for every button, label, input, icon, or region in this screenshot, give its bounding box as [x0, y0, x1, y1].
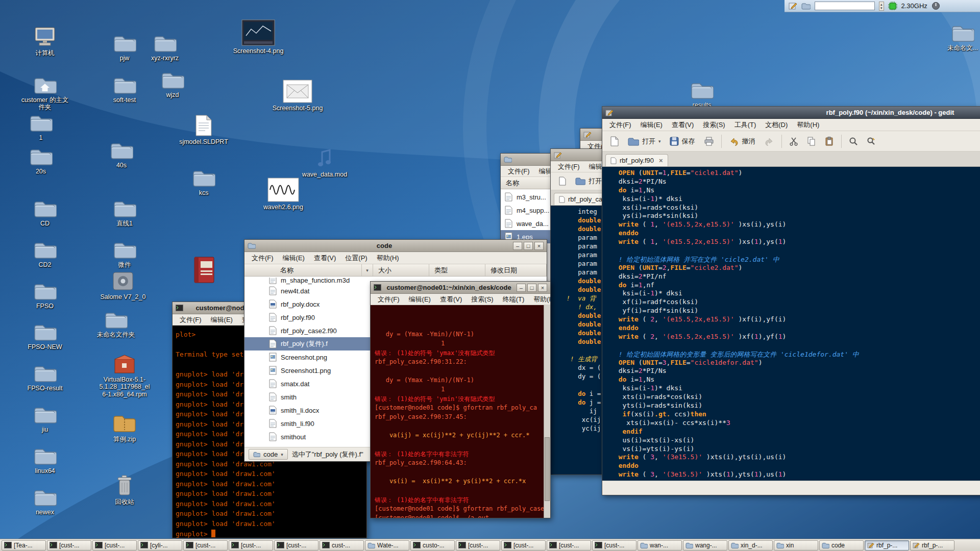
desktop-icon[interactable]: CD2 [19, 232, 70, 268]
desktop-icon[interactable]: customer 的主文件夹 [19, 67, 70, 111]
desktop-icon[interactable]: Screenshot-4.png [233, 18, 284, 55]
menu-item[interactable]: 查看(V) [668, 119, 698, 131]
menu-item[interactable]: 文件(F) [605, 119, 635, 131]
desktop-icon[interactable]: soft-test [99, 67, 150, 104]
menu-item[interactable]: 文件(F) [248, 253, 278, 264]
taskbar-button[interactable]: wang-... [683, 540, 727, 550]
desktop-icon[interactable]: linux64 [19, 438, 70, 474]
window-titlebar[interactable]: rbf_poly.f90 (~/xin/xin_desk/code) - ged… [602, 107, 980, 119]
menu-item[interactable]: 编辑(E) [636, 119, 667, 131]
desktop-icon[interactable]: wave_data.mod [299, 142, 350, 178]
minimize-button[interactable]: – [513, 242, 522, 250]
taskbar-button[interactable]: [cust-... [274, 540, 318, 550]
new-document-button[interactable] [555, 174, 570, 188]
desktop-icon[interactable]: 20s [15, 139, 66, 175]
desktop-icon[interactable]: newex [19, 480, 70, 516]
menu-item[interactable]: 编辑(E) [207, 314, 237, 325]
desktop-icon[interactable]: wjzd [147, 62, 198, 98]
desktop-icon[interactable]: 未命名文件夹 [90, 302, 141, 338]
redo-button[interactable] [761, 134, 778, 148]
taskbar-button[interactable]: [cust-... [47, 540, 91, 550]
taskbar-button[interactable]: [cyli-... [138, 540, 182, 550]
panel-search-input[interactable] [815, 2, 875, 10]
power-icon[interactable] [932, 2, 940, 10]
taskbar-button[interactable]: [cust-... [229, 540, 273, 550]
maximize-button[interactable]: □ [524, 242, 533, 250]
taskbar-button[interactable]: [cust-... [92, 540, 137, 550]
desktop-icon[interactable]: 1 [15, 105, 66, 141]
menu-item[interactable]: 文档(D) [761, 119, 792, 131]
desktop-icon[interactable]: FPSO [19, 273, 70, 310]
taskbar-button[interactable]: rbf_p-... [865, 540, 909, 550]
taskbar-button[interactable]: custo-... [410, 540, 455, 550]
undo-button[interactable]: 撤消 [725, 134, 759, 148]
menu-item[interactable]: 编辑(E) [405, 294, 435, 305]
menu-item[interactable]: 文件(F) [504, 166, 534, 177]
location-combo[interactable]: code▾ [249, 449, 288, 460]
column-header-size[interactable]: 大小 [373, 264, 429, 276]
menu-item[interactable]: 文件(F) [374, 294, 404, 305]
print-button[interactable] [700, 134, 718, 148]
replace-button[interactable] [863, 134, 879, 148]
desktop-icon[interactable]: CD [19, 191, 70, 227]
paste-button[interactable] [821, 134, 838, 148]
desktop-icon[interactable]: 直线1 [99, 191, 150, 227]
copy-button[interactable] [803, 134, 820, 148]
taskbar-button[interactable]: [cust-... [547, 540, 591, 550]
spin-up-icon[interactable]: ▴ [880, 3, 883, 6]
menu-item[interactable]: 帮助(H) [373, 253, 403, 264]
taskbar-button[interactable]: [cust-... [456, 540, 500, 550]
desktop-icon[interactable]: Screenshot-5.png [272, 76, 323, 112]
column-header-date[interactable]: 修改日期 [485, 264, 547, 276]
desktop-icon[interactable]: 算例.zip [99, 407, 150, 443]
menu-item[interactable]: 位置(P) [341, 253, 371, 264]
menu-item[interactable]: 编辑(E) [279, 253, 309, 264]
desktop-icon[interactable]: jiu [19, 397, 70, 433]
desktop-icon[interactable]: 40s [96, 133, 147, 169]
menu-item[interactable]: 搜索(S) [467, 294, 497, 305]
taskbar-button[interactable]: [Tea-... [2, 540, 46, 550]
minimize-button[interactable]: – [517, 284, 526, 292]
terminal-screen[interactable]: dy = (Ymax -Ymin)/(NY-1) 1错误： (1)处的符号 'y… [371, 305, 550, 518]
taskbar-button[interactable]: [cust-... [501, 540, 546, 550]
window-titlebar[interactable]: code –□× [244, 240, 547, 252]
find-button[interactable] [845, 134, 862, 148]
desktop-icon[interactable]: 回收站 [99, 469, 150, 506]
gedit-launcher-icon[interactable] [789, 2, 797, 10]
window-titlebar[interactable]: customer@node01:~/xin/xin_desk/code –□× [371, 282, 550, 294]
column-header-name[interactable]: 名称 [244, 264, 362, 276]
column-options-button[interactable]: ▾ [362, 264, 373, 276]
scrollbar[interactable] [544, 305, 550, 518]
close-button[interactable]: × [534, 242, 544, 250]
spinner-control[interactable]: ▴▾ [879, 2, 884, 11]
save-button[interactable]: 保存 [666, 134, 699, 148]
gedit-code-area[interactable]: OPEN (UNIT=1,FILE="cicle1.dat") dksi=2*P… [602, 167, 980, 481]
desktop-icon[interactable]: 未命名文... [937, 15, 980, 52]
cut-button[interactable] [786, 134, 802, 148]
desktop-icon[interactable] [179, 256, 230, 284]
desktop-icon[interactable]: waveh2.6.png [258, 174, 309, 211]
spin-down-icon[interactable]: ▾ [880, 6, 883, 10]
desktop-icon[interactable]: results [676, 72, 727, 109]
tab-close-icon[interactable]: × [659, 157, 663, 164]
taskbar-button[interactable]: xin_d-... [728, 540, 773, 550]
tab-rbf-poly-case[interactable]: rbf_poly_ca [554, 193, 607, 205]
close-button[interactable]: × [538, 284, 547, 292]
tab-rbf-poly-f90[interactable]: rbf_poly.f90× [605, 154, 668, 166]
menu-item[interactable]: 终端(T) [499, 294, 529, 305]
desktop-icon[interactable]: FPSO-result [19, 356, 70, 392]
menu-item[interactable]: 文件(F) [554, 161, 584, 172]
taskbar-button[interactable]: [cust-... [592, 540, 636, 550]
desktop-icon[interactable]: FPSO-NEW [19, 314, 70, 350]
desktop-icon[interactable]: kcs [178, 160, 229, 196]
desktop-icon[interactable]: sjmodel.SLDPRT [178, 109, 229, 145]
taskbar-button[interactable]: code [819, 540, 864, 550]
taskbar-button[interactable]: xin [774, 540, 818, 550]
taskbar-button[interactable]: [cust-... [183, 540, 228, 550]
menu-item[interactable]: 帮助(H) [529, 294, 550, 305]
taskbar-button[interactable]: wan-... [638, 540, 682, 550]
open-button[interactable]: 打开▾ [624, 134, 665, 148]
menu-item[interactable]: 查看(V) [310, 253, 340, 264]
desktop-icon[interactable]: 计算机 [19, 20, 70, 57]
menu-item[interactable]: 帮助(H) [793, 119, 823, 131]
